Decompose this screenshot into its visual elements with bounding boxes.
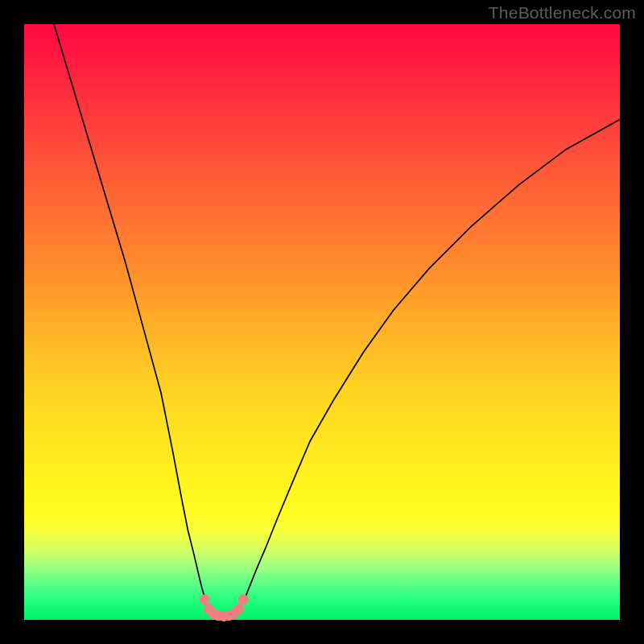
watermark-label: TheBottleneck.com	[489, 3, 636, 23]
marker-dot	[233, 605, 243, 614]
curve-layer	[24, 24, 620, 620]
curve-right-branch	[238, 119, 620, 610]
plot-area	[24, 24, 620, 620]
curve-left-branch	[54, 24, 208, 610]
marker-dot	[238, 595, 248, 605]
marker-dot	[200, 595, 209, 605]
chart-frame: TheBottleneck.com	[0, 0, 644, 644]
valley-markers	[200, 595, 248, 621]
